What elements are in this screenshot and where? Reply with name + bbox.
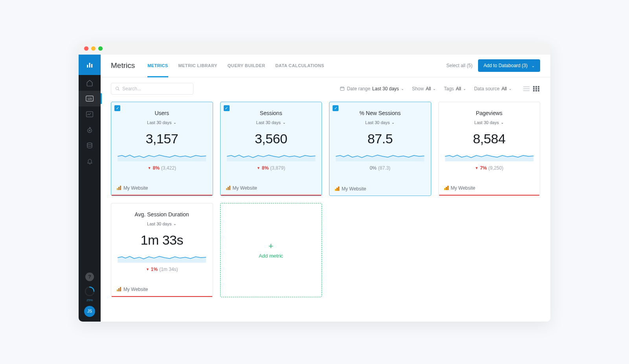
- card-delta: ▼8% (3,879): [226, 165, 316, 171]
- card-value: 1m 33s: [117, 232, 207, 248]
- svg-rect-0: [87, 65, 88, 68]
- metric-card[interactable]: ✓SessionsLast 30 days ⌄3,560▼8% (3,879)M…: [220, 102, 322, 196]
- tab-query-builder[interactable]: QUERY BUILDER: [228, 55, 265, 77]
- tab-metrics[interactable]: METRICS: [147, 55, 168, 77]
- add-metric-label: Add metric: [259, 253, 283, 259]
- alert-bar: [112, 296, 212, 297]
- filter-date-range[interactable]: Date range Last 30 days ⌄: [340, 86, 404, 91]
- svg-rect-20: [535, 90, 537, 91]
- chevron-down-icon: ⌄: [509, 87, 512, 91]
- card-value: 3,560: [226, 131, 316, 146]
- card-source: My Website: [233, 185, 257, 191]
- main-content: Metrics METRICS METRIC LIBRARY QUERY BUI…: [101, 55, 550, 322]
- chevron-down-icon: ⌄: [501, 121, 504, 124]
- alert-bar: [439, 195, 540, 196]
- view-list-icon[interactable]: [523, 86, 530, 91]
- svg-rect-13: [533, 86, 535, 88]
- card-footer: My Website: [221, 181, 322, 195]
- chevron-down-icon: ⌄: [392, 121, 395, 124]
- card-source: My Website: [342, 186, 366, 192]
- card-source: My Website: [123, 185, 148, 191]
- metric-card[interactable]: ✓% New SessionsLast 30 days ⌄87.50% (87.…: [329, 102, 431, 196]
- card-period[interactable]: Last 30 days ⌄: [147, 221, 177, 226]
- google-analytics-icon: [117, 186, 121, 190]
- chevron-down-icon: ⌄: [401, 87, 404, 91]
- chevron-down-icon: ⌄: [433, 87, 436, 91]
- svg-point-11: [116, 87, 119, 90]
- google-analytics-icon: [226, 186, 230, 190]
- chevron-down-icon: ⌄: [532, 64, 535, 68]
- metric-card[interactable]: PageviewsLast 30 days ⌄8,584▼7% (9,250)M…: [438, 102, 541, 196]
- google-analytics-icon: [117, 287, 121, 291]
- arrow-down-icon: ▼: [146, 267, 149, 271]
- card-value: 3,157: [117, 131, 207, 146]
- card-footer: My Website: [111, 181, 213, 195]
- select-all-link[interactable]: Select all (5): [446, 63, 473, 68]
- svg-rect-12: [340, 87, 344, 91]
- card-period[interactable]: Last 30 days ⌄: [256, 120, 286, 125]
- card-title: Sessions: [226, 110, 316, 116]
- sidebar-item-alerts[interactable]: [79, 154, 101, 169]
- metric-card[interactable]: Avg. Session DurationLast 30 days ⌄1m 33…: [111, 203, 213, 297]
- checkbox-icon[interactable]: ✓: [224, 105, 230, 111]
- svg-rect-2: [91, 64, 92, 68]
- close-icon[interactable]: [84, 46, 88, 51]
- card-footer: My Website: [111, 282, 213, 296]
- progress-ring-icon[interactable]: [84, 286, 95, 297]
- progress-label: 25%: [86, 298, 93, 302]
- card-title: Users: [117, 110, 207, 116]
- logo-icon[interactable]: [79, 55, 101, 75]
- avatar[interactable]: JS: [84, 306, 95, 317]
- minimize-icon[interactable]: [91, 46, 96, 51]
- metric-card[interactable]: ✓UsersLast 30 days ⌄3,157▼8% (3,422)My W…: [111, 102, 213, 196]
- arrow-down-icon: ▼: [475, 166, 478, 170]
- filter-data-source[interactable]: Data source All ⌄: [474, 86, 512, 91]
- alert-bar: [221, 195, 322, 196]
- sidebar: 123 ? 25% JS: [79, 55, 101, 322]
- sidebar-item-goals[interactable]: [79, 122, 101, 138]
- sidebar-item-dashboards[interactable]: [79, 106, 101, 122]
- window-titlebar: [79, 43, 550, 55]
- tab-metric-library[interactable]: METRIC LIBRARY: [178, 55, 217, 77]
- card-footer: My Website: [329, 182, 431, 196]
- plus-icon: +: [269, 241, 274, 251]
- svg-point-6: [88, 128, 92, 133]
- sparkline-chart: [444, 150, 535, 161]
- sidebar-item-data[interactable]: [79, 138, 101, 154]
- search-input[interactable]: Search...: [111, 83, 193, 95]
- filter-tags[interactable]: Tags All ⌄: [444, 86, 466, 91]
- chevron-down-icon: ⌄: [173, 222, 177, 226]
- card-title: Pageviews: [444, 110, 535, 116]
- checkbox-icon[interactable]: ✓: [333, 105, 338, 111]
- card-delta: ▼1% (1m 34s): [117, 267, 207, 272]
- card-title: % New Sessions: [335, 110, 425, 116]
- svg-rect-18: [538, 88, 539, 90]
- card-period[interactable]: Last 30 days ⌄: [147, 120, 177, 125]
- svg-rect-21: [538, 90, 539, 91]
- svg-rect-16: [533, 88, 535, 90]
- svg-rect-14: [535, 86, 537, 88]
- google-analytics-icon: [335, 187, 339, 191]
- add-metric-card[interactable]: +Add metric: [220, 203, 322, 297]
- sidebar-item-metrics[interactable]: 123: [79, 91, 101, 106]
- add-to-databoard-button[interactable]: Add to Databoard (3) ⌄: [478, 59, 540, 72]
- view-grid-icon[interactable]: [533, 86, 540, 91]
- filter-show[interactable]: Show All ⌄: [412, 86, 436, 91]
- card-period[interactable]: Last 30 days ⌄: [365, 120, 395, 125]
- card-source: My Website: [451, 185, 475, 191]
- chevron-down-icon: ⌄: [283, 121, 286, 124]
- page-title: Metrics: [111, 61, 135, 70]
- metric-grid: ✓UsersLast 30 days ⌄3,157▼8% (3,422)My W…: [101, 99, 550, 307]
- card-value: 8,584: [444, 131, 535, 146]
- tab-data-calculations[interactable]: DATA CALCULATIONS: [276, 55, 324, 77]
- card-period[interactable]: Last 30 days ⌄: [475, 120, 504, 125]
- add-button-label: Add to Databoard (3): [484, 63, 528, 68]
- maximize-icon[interactable]: [98, 46, 103, 51]
- sidebar-item-home[interactable]: [79, 75, 101, 91]
- filter-bar: Search... Date range Last 30 days ⌄ Show…: [101, 77, 550, 99]
- arrow-down-icon: ▼: [257, 166, 260, 170]
- svg-text:123: 123: [87, 97, 92, 100]
- chevron-down-icon: ⌄: [463, 87, 466, 91]
- checkbox-icon[interactable]: ✓: [114, 105, 120, 111]
- help-icon[interactable]: ?: [85, 273, 94, 281]
